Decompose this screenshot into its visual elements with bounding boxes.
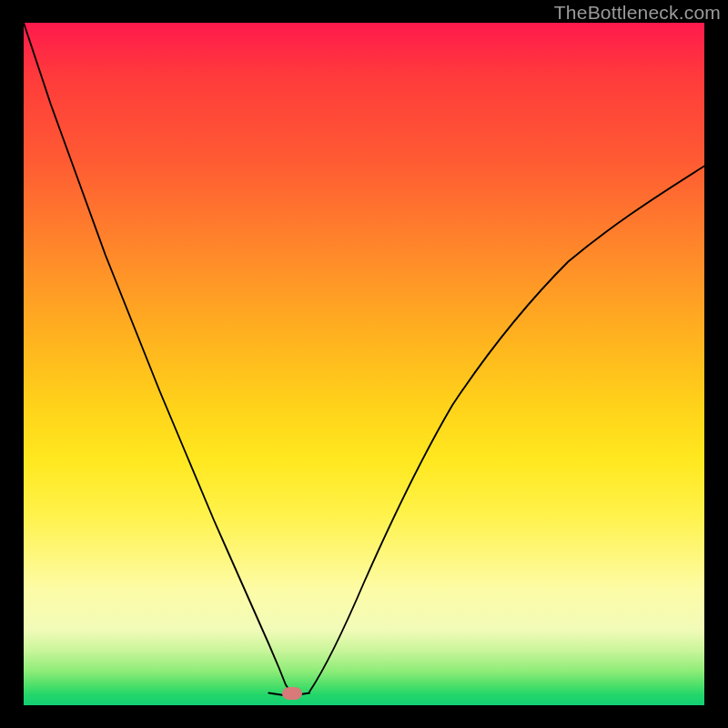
chart-frame: TheBottleneck.com	[0, 0, 728, 728]
minimum-marker	[282, 687, 302, 700]
plot-area	[24, 23, 704, 705]
watermark-text: TheBottleneck.com	[554, 2, 721, 24]
bottleneck-curve	[24, 23, 704, 705]
